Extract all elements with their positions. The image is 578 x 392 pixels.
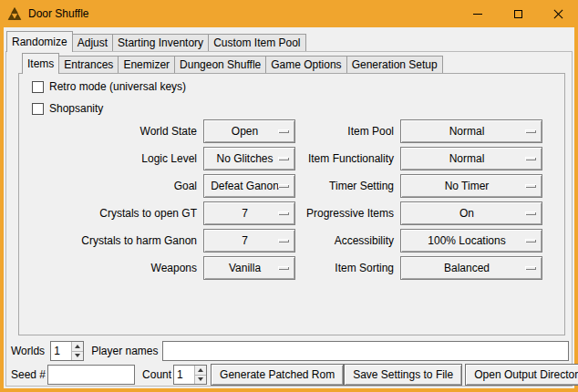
dropdown-crystals-to-open-gt[interactable]: 7 <box>203 201 295 225</box>
worlds-row: Worlds Player names <box>7 340 571 362</box>
dropdown-weapons[interactable]: Vanilla <box>203 256 295 280</box>
tab-label: Generation Setup <box>352 58 438 71</box>
checkbox-box[interactable] <box>32 81 44 93</box>
worlds-input[interactable] <box>51 342 71 360</box>
tab-game-options[interactable]: Game Options <box>265 56 346 73</box>
tab-label: Randomize <box>12 36 67 48</box>
count-spinner[interactable] <box>173 365 207 385</box>
tab-enemizer[interactable]: Enemizer <box>118 56 175 73</box>
dropdown-item-sorting[interactable]: Balanced <box>400 256 542 280</box>
dropdown-indicator-icon <box>525 266 536 270</box>
chevron-up-icon <box>198 368 203 372</box>
checkbox-box[interactable] <box>32 103 44 115</box>
field-label: Accessibility <box>295 234 394 247</box>
tab-dungeon-shuffle[interactable]: Dungeon Shuffle <box>174 56 266 73</box>
spin-down-button[interactable] <box>195 376 206 385</box>
dropdown-value: 100% Locations <box>401 230 542 252</box>
count-input[interactable] <box>174 366 194 384</box>
options-row: Logic Level No Glitches Item Functionali… <box>25 145 564 172</box>
tab-generation-setup[interactable]: Generation Setup <box>346 56 443 73</box>
dropdown-indicator-icon <box>525 239 536 242</box>
dropdown-indicator-icon <box>525 184 536 188</box>
content-area: Randomize Adjust Starting Inventory Cust… <box>4 27 574 388</box>
tab-randomize[interactable]: Randomize <box>6 31 73 52</box>
dropdown-timer-setting[interactable]: No Timer <box>400 174 542 198</box>
window: Door Shuffle Randomize Adjust Starting I… <box>0 0 578 392</box>
tab-label: Adjust <box>77 36 108 49</box>
dropdown-value: On <box>401 202 542 224</box>
spinner-buttons <box>194 366 206 384</box>
spin-up-button[interactable] <box>72 342 83 352</box>
maximize-icon <box>514 10 522 18</box>
player-names-input[interactable] <box>162 341 570 361</box>
options-form: World State Open Item Pool Normal Logic … <box>25 118 564 282</box>
dropdown-indicator-icon <box>525 157 536 160</box>
tab-adjust[interactable]: Adjust <box>72 34 113 51</box>
seed-input[interactable] <box>47 365 135 385</box>
chevron-down-icon <box>198 377 203 381</box>
field-label: Item Pool <box>295 125 394 138</box>
dropdown-value: Balanced <box>401 257 542 279</box>
field-label: Weapons <box>25 262 197 274</box>
dropdown-logic-level[interactable]: No Glitches <box>203 147 295 170</box>
player-names-label: Player names <box>91 345 158 357</box>
spin-down-button[interactable] <box>72 352 83 361</box>
tab-label: Enemizer <box>123 58 170 71</box>
checkbox-label: Retro mode (universal keys) <box>49 80 186 93</box>
tab-entrances[interactable]: Entrances <box>58 56 119 73</box>
field-label: Item Sorting <box>295 262 394 274</box>
titlebar[interactable]: Door Shuffle <box>0 0 578 27</box>
dropdown-accessibility[interactable]: 100% Locations <box>400 229 542 253</box>
options-row: Weapons Vanilla Item Sorting Balanced <box>25 254 564 282</box>
close-icon <box>553 9 563 19</box>
field-label: Progressive Items <box>295 207 394 220</box>
dropdown-value: No Timer <box>401 175 542 197</box>
window-title: Door Shuffle <box>28 7 89 20</box>
options-row: Crystals to harm Ganon 7 Accessibility 1… <box>25 227 564 254</box>
close-button[interactable] <box>538 0 578 27</box>
minimize-button[interactable] <box>458 0 498 27</box>
dropdown-item-functionality[interactable]: Normal <box>400 147 542 170</box>
spin-up-button[interactable] <box>195 366 206 376</box>
window-controls <box>458 0 578 27</box>
tab-custom-item-pool[interactable]: Custom Item Pool <box>208 34 305 51</box>
dropdown-goal[interactable]: Defeat Ganon <box>203 174 295 198</box>
worlds-spinner[interactable] <box>50 341 84 361</box>
app-icon <box>7 6 22 21</box>
tab-label: Custom Item Pool <box>213 36 300 49</box>
open-output-directory-button[interactable]: Open Output Directory <box>465 364 578 386</box>
inner-tabbar: Items Entrances Enemizer Dungeon Shuffle… <box>22 52 443 73</box>
tab-label: Game Options <box>271 58 341 71</box>
chevron-up-icon <box>75 345 80 348</box>
tab-label: Entrances <box>64 58 113 71</box>
dropdown-indicator-icon <box>278 239 289 242</box>
save-settings-button[interactable]: Save Settings to File <box>344 364 462 386</box>
dropdown-progressive-items[interactable]: On <box>400 201 542 225</box>
checkbox-label: Shopsanity <box>49 102 103 115</box>
checkbox-retro-mode[interactable]: Retro mode (universal keys) <box>32 77 186 96</box>
field-label: Crystals to open GT <box>25 207 197 220</box>
tab-starting-inventory[interactable]: Starting Inventory <box>112 34 209 51</box>
dropdown-indicator-icon <box>525 211 536 215</box>
dropdown-value: Normal <box>401 120 542 142</box>
dropdown-indicator-icon <box>278 129 289 133</box>
dropdown-indicator-icon <box>525 129 536 133</box>
tab-items[interactable]: Items <box>22 53 59 74</box>
count-label: Count <box>142 368 171 381</box>
tab-label: Starting Inventory <box>118 36 203 49</box>
maximize-button[interactable] <box>498 0 538 27</box>
generate-row: Seed # Count Generate Patched Rom Save S… <box>7 364 571 386</box>
worlds-label: Worlds <box>11 345 45 357</box>
dropdown-item-pool[interactable]: Normal <box>400 119 542 143</box>
field-label: Crystals to harm Ganon <box>25 234 197 247</box>
items-page: Retro mode (universal keys) Shopsanity W… <box>18 73 565 335</box>
checkbox-shopsanity[interactable]: Shopsanity <box>32 99 103 118</box>
options-row: World State Open Item Pool Normal <box>25 118 564 145</box>
generate-patched-rom-button[interactable]: Generate Patched Rom <box>211 364 344 386</box>
spinner-buttons <box>71 342 83 360</box>
dropdown-world-state[interactable]: Open <box>203 119 295 143</box>
dropdown-crystals-to-harm-ganon[interactable]: 7 <box>203 229 295 253</box>
outer-tabbar: Randomize Adjust Starting Inventory Cust… <box>6 30 306 51</box>
dropdown-indicator-icon <box>278 266 289 270</box>
tab-label: Dungeon Shuffle <box>180 58 261 71</box>
